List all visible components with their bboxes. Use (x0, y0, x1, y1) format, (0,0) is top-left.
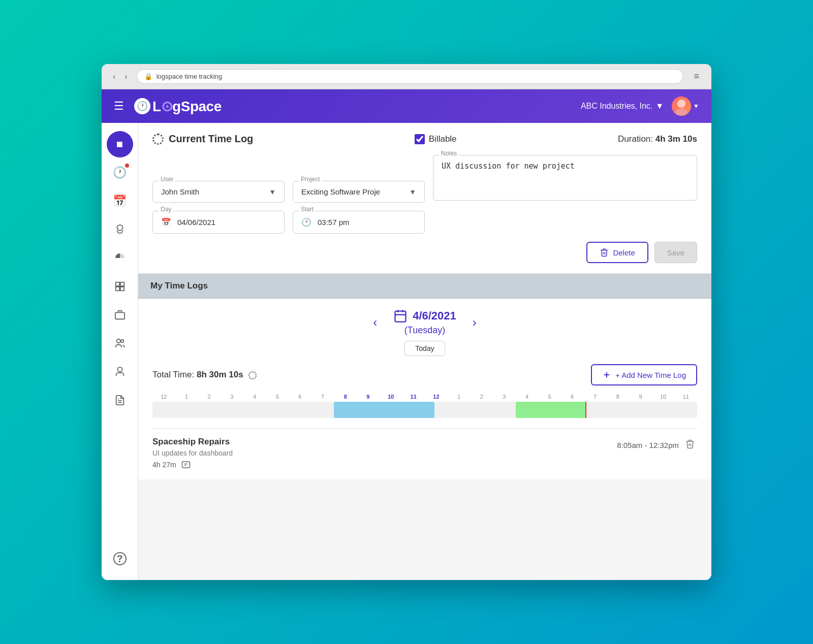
sidebar-item-projects[interactable] (107, 302, 133, 328)
date-nav: ‹ 4/6/2021 (Tuesday) › Today (152, 309, 697, 356)
avatar (672, 96, 691, 116)
day-name: (Tuesday) (393, 325, 456, 336)
entry-trash-icon (685, 439, 695, 449)
company-name: ABC Industries, Inc. (581, 102, 652, 111)
hamburger-button[interactable]: ☰ (114, 101, 124, 112)
timeline-labels: 12 1 2 3 4 5 6 7 8 9 10 11 12 (152, 394, 697, 400)
forward-button[interactable]: › (121, 71, 130, 82)
save-btn-label: Save (667, 248, 684, 257)
svg-rect-18 (182, 462, 190, 468)
app-header: ☰ 🕐 L⊙gSpace ABC Industries, Inc. ▼ ▼ (102, 89, 711, 123)
day-input[interactable]: 📅 04/06/2021 (152, 211, 285, 234)
calendar-date-icon (393, 309, 408, 323)
svg-point-2 (677, 100, 685, 108)
notification-badge (125, 164, 129, 168)
entry-actions: 8:05am - 12:32pm (617, 437, 697, 454)
entry-delete-button[interactable] (683, 437, 697, 454)
project-label: Project (299, 176, 322, 183)
delete-btn-label: Delete (613, 248, 635, 257)
avatar-dropdown-arrow-icon: ▼ (693, 103, 699, 110)
project-dropdown[interactable]: Exciting Software Proje ▼ (293, 181, 425, 203)
tl-label: 1 (175, 394, 198, 400)
svg-point-10 (120, 340, 123, 343)
header-left: ☰ 🕐 L⊙gSpace (114, 98, 222, 115)
billable-checkbox-container: Billable (415, 134, 457, 144)
start-input[interactable]: 🕐 03:57 pm (293, 211, 425, 234)
start-field: Start 🕐 03:57 pm (293, 211, 425, 234)
user-dropdown-arrow-icon: ▼ (269, 188, 276, 196)
tl-label: 6 (561, 394, 584, 400)
start-value: 03:57 pm (318, 218, 350, 227)
duration-display: Duration: 4h 3m 10s (618, 134, 697, 144)
sidebar-item-billing[interactable] (107, 216, 133, 243)
sidebar-item-help[interactable]: ? (107, 545, 133, 572)
tl-label: 10 (380, 394, 402, 400)
duration-label: Duration: (618, 134, 653, 144)
time-log-title: Current Time Log (152, 133, 253, 145)
time-log-header: Current Time Log Billable Duration: 4h 3… (152, 133, 697, 145)
svg-rect-5 (120, 282, 123, 286)
project-dropdown-arrow-icon: ▼ (409, 188, 416, 196)
user-value: John Smith (161, 187, 199, 196)
sidebar-item-team[interactable] (107, 330, 133, 357)
back-button[interactable]: ‹ (110, 71, 118, 82)
total-time-value: 8h 30m 10s (197, 370, 243, 379)
sidebar-item-documents[interactable] (107, 387, 133, 413)
total-time-label: Total Time: (152, 370, 194, 379)
sidebar-item-grid[interactable] (107, 273, 133, 300)
next-date-button[interactable]: › (466, 313, 483, 332)
url-text: logspace time tracking (157, 73, 222, 80)
day-label: Day (159, 206, 173, 213)
logo-icon: 🕐 (134, 98, 150, 114)
sidebar: ■ 🕐 📅 (102, 123, 138, 580)
sidebar-item-users[interactable] (107, 359, 133, 385)
svg-point-11 (117, 367, 122, 372)
svg-rect-12 (395, 311, 406, 322)
day-value: 04/06/2021 (177, 218, 215, 227)
billable-checkbox[interactable] (415, 134, 425, 144)
tl-label: 8 (606, 394, 629, 400)
calendar-field-icon: 📅 (161, 217, 171, 227)
timeline-now-indicator (585, 402, 586, 418)
entry-title: Spaceship Repairs (152, 437, 233, 447)
form-row-2: Day 📅 04/06/2021 Start 🕐 03:57 pm (152, 211, 697, 234)
coins-icon (114, 224, 126, 235)
notes-field: Notes UX discussion for new project (433, 155, 697, 203)
briefcase-icon (114, 309, 126, 320)
svg-rect-7 (120, 287, 123, 291)
user-dropdown[interactable]: John Smith ▼ (152, 181, 285, 203)
add-new-time-log-button[interactable]: + Add New Time Log (591, 364, 697, 385)
loading-spinner-icon (248, 371, 257, 379)
person-icon (114, 366, 126, 377)
grid-icon (114, 281, 126, 292)
app-body: ■ 🕐 📅 (102, 123, 711, 580)
attachment-icon (181, 460, 191, 469)
svg-point-1 (675, 109, 687, 116)
tl-label: 5 (538, 394, 561, 400)
tl-label: 11 (402, 394, 425, 400)
timeline: 12 1 2 3 4 5 6 7 8 9 10 11 12 (152, 394, 697, 418)
notes-input[interactable]: UX discussion for new project (433, 155, 697, 201)
add-btn-label: + Add New Time Log (615, 371, 686, 379)
my-time-logs-section: My Time Logs ‹ 4/6/2021 (Tuesd (138, 274, 711, 479)
total-time-display: Total Time: 8h 30m 10s (152, 370, 257, 380)
sidebar-item-reports[interactable] (107, 245, 133, 271)
stop-icon: ■ (116, 138, 123, 151)
main-content: Current Time Log Billable Duration: 4h 3… (138, 123, 711, 580)
browser-menu-button[interactable]: ≡ (690, 69, 703, 84)
delete-button[interactable]: Delete (586, 242, 648, 263)
avatar-button[interactable]: ▼ (672, 96, 699, 116)
lock-icon: 🔒 (144, 73, 152, 80)
tl-label: 9 (357, 394, 380, 400)
sidebar-item-calendar[interactable]: 📅 (107, 188, 133, 214)
company-selector-button[interactable]: ABC Industries, Inc. ▼ (581, 102, 664, 111)
entry-header: Spaceship Repairs UI updates for dashboa… (152, 437, 697, 469)
today-button[interactable]: Today (404, 341, 445, 356)
prev-date-button[interactable]: ‹ (367, 313, 383, 332)
sidebar-item-clock[interactable]: 🕐 (107, 159, 133, 186)
sidebar-item-stop[interactable]: ■ (107, 131, 133, 157)
billable-label: Billable (429, 134, 457, 144)
save-button[interactable]: Save (654, 242, 697, 263)
time-log-section: Current Time Log Billable Duration: 4h 3… (138, 123, 711, 274)
browser-window: ‹ › 🔒 logspace time tracking ≡ ☰ 🕐 L⊙gSp… (102, 64, 711, 580)
